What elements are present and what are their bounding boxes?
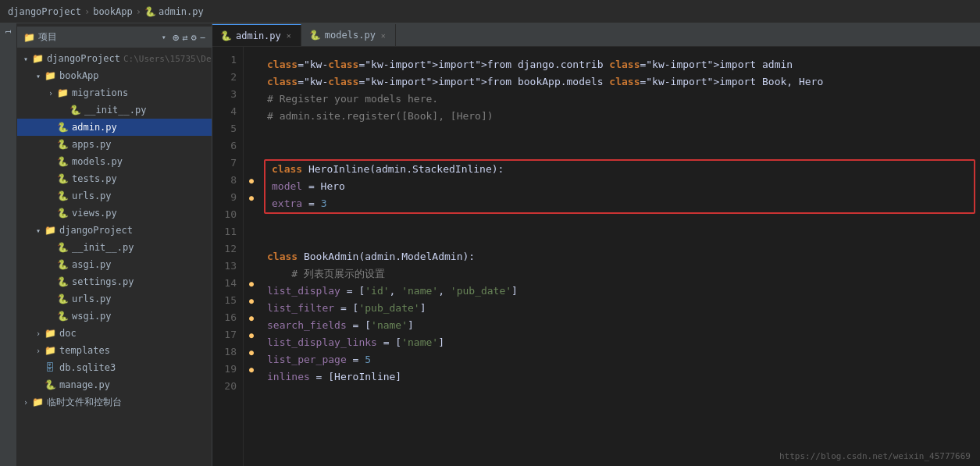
gutter-icon-row-17: ● — [244, 326, 259, 343]
tree-label: __init__.py — [72, 242, 212, 253]
gutter-icon-row-15: ● — [244, 292, 259, 309]
breadcrumb-app: bookApp — [93, 6, 133, 17]
sidebar-title: 项目 — [38, 30, 159, 44]
line-number-20: 20 — [220, 378, 237, 395]
py-icon: 🐍 — [56, 139, 69, 150]
code-line-9: extra = 3 — [265, 195, 974, 212]
tree-item-临时文件和控制台[interactable]: ›📁临时文件和控制台 — [17, 393, 212, 411]
gutter-icon-row-5 — [244, 120, 259, 137]
tree-item-djangoProject-sub[interactable]: ▾📁djangoProject — [17, 222, 212, 239]
tree-item-manage.py[interactable]: 🐍manage.py — [17, 376, 212, 393]
code-line-3: # Register your models here. — [259, 91, 980, 108]
line-number-18: 18 — [220, 343, 237, 361]
sidebar-dropdown-icon[interactable]: ▾ — [162, 33, 166, 41]
gutter-icon-row-12 — [244, 240, 259, 258]
code-line-18: list_per_page = 5 — [259, 351, 980, 368]
line-number-19: 19 — [220, 361, 237, 378]
tree-item-asgi.py[interactable]: 🐍asgi.py — [17, 256, 212, 273]
tree-item-wsgi.py[interactable]: 🐍wsgi.py — [17, 308, 212, 325]
tree-item-migrations[interactable]: ›📁migrations — [17, 84, 212, 101]
gutter-icon-row-2 — [244, 69, 259, 86]
tab-admin-py-icon: 🐍 — [220, 30, 232, 41]
tab-models-py-label: models.py — [325, 30, 376, 41]
gutter-icon-row-18: ● — [244, 343, 259, 361]
code-line-11 — [259, 231, 980, 248]
highlight-box: class HeroInline(admin.StackedInline): m… — [264, 159, 975, 214]
arrow-icon: ▾ — [33, 226, 44, 235]
py-icon: 🐍 — [44, 379, 56, 390]
py-icon: 🐍 — [56, 259, 69, 270]
gutter-icon-row-19: ● — [244, 361, 259, 378]
folder-icon: 📁 — [31, 397, 44, 407]
breadcrumb: djangoProject › bookApp › 🐍 admin.py — [8, 6, 204, 17]
py-icon: 🐍 — [56, 293, 69, 304]
tree-item-__init__2.py[interactable]: 🐍__init__.py — [17, 239, 212, 256]
tree-item-db.sqlite3[interactable]: 🗄db.sqlite3 — [17, 359, 212, 376]
line-number-11: 11 — [220, 223, 237, 240]
gutter-icon-row-11 — [244, 223, 259, 240]
tree-item-urls.py[interactable]: 🐍urls.py — [17, 187, 212, 205]
folder-icon: 📁 — [44, 70, 56, 81]
tab-models-py[interactable]: 🐍 models.py ✕ — [301, 24, 396, 46]
db-icon: 🗄 — [44, 362, 56, 373]
tab-admin-py[interactable]: 🐍 admin.py ✕ — [212, 24, 301, 46]
code-line-13: # 列表页展示的设置 — [259, 265, 980, 283]
tree-item-templates[interactable]: ›📁templates — [17, 342, 212, 359]
tree-item-urls2.py[interactable]: 🐍urls.py — [17, 290, 212, 308]
code-line-16: search_fields = ['name'] — [259, 317, 980, 334]
code-editor: 1234567891011121314151617181920 ●●●●●●●●… — [212, 47, 980, 466]
left-strip-btn-1[interactable]: 1 — [3, 27, 14, 37]
tree-label: wsgi.py — [72, 311, 212, 322]
sidebar-minus-icon[interactable]: − — [200, 32, 205, 43]
tree-item-doc[interactable]: ›📁doc — [17, 325, 212, 342]
gutter-icon-row-13 — [244, 258, 259, 275]
gutter-dot: ● — [249, 176, 254, 185]
sidebar-gear-icon[interactable]: ⚙ — [191, 32, 197, 43]
tab-models-py-icon: 🐍 — [309, 30, 321, 41]
tree-item-djangoProject-root[interactable]: ▾📁djangoProjectC:\Users\15735\Desktop\Li… — [17, 50, 212, 67]
sidebar-sync-icon[interactable]: ⇄ — [182, 32, 187, 43]
tree-item-tests.py[interactable]: 🐍tests.py — [17, 170, 212, 187]
gutter-icon-row-4 — [244, 103, 259, 120]
tree-item-apps.py[interactable]: 🐍apps.py — [17, 136, 212, 153]
py-icon: 🐍 — [56, 311, 69, 322]
tree-label: settings.py — [72, 276, 212, 287]
sidebar-add-icon[interactable]: ⊕ — [173, 31, 179, 44]
tree-label: admin.py — [72, 122, 212, 133]
tree-label: doc — [59, 328, 212, 339]
folder-icon: 📁 — [44, 328, 56, 339]
tab-admin-py-close[interactable]: ✕ — [285, 30, 293, 41]
line-number-15: 15 — [220, 292, 237, 309]
folder-icon: 📁 — [44, 225, 56, 236]
left-strip: 1 — [0, 23, 17, 466]
line-number-12: 12 — [220, 240, 237, 258]
sidebar-folder-icon: 📁 — [23, 32, 35, 43]
tree-label: djangoProject — [59, 225, 212, 236]
code-line-14: list_display = ['id', 'name', 'pub_date'… — [259, 283, 980, 300]
tree-item-views.py[interactable]: 🐍views.py — [17, 205, 212, 222]
tree-label: db.sqlite3 — [59, 362, 212, 373]
tree-item-bookApp[interactable]: ▾📁bookApp — [17, 67, 212, 84]
py-icon: 🐍 — [56, 173, 69, 184]
tree-label: views.py — [72, 208, 212, 219]
tree-item-__init__.py[interactable]: 🐍__init__.py — [17, 101, 212, 119]
code-line-7: class HeroInline(admin.StackedInline): — [265, 161, 974, 178]
gutter-icon-row-3 — [244, 86, 259, 103]
tree-item-admin.py[interactable]: 🐍admin.py — [17, 119, 212, 136]
code-line-12: class BookAdmin(admin.ModelAdmin): — [259, 248, 980, 265]
gutter-dot: ● — [249, 279, 254, 288]
gutter-dot: ● — [249, 365, 254, 374]
tree-item-settings.py[interactable]: 🐍settings.py — [17, 273, 212, 290]
code-line-5 — [259, 125, 980, 142]
py-icon: 🐍 — [56, 208, 69, 219]
gutter-dot: ● — [249, 348, 254, 357]
gutter-dot: ● — [249, 314, 254, 322]
code-content[interactable]: class="kw-class="kw-import">import">from… — [259, 47, 980, 466]
code-line-17: list_display_links = ['name'] — [259, 334, 980, 351]
tree-item-models.py[interactable]: 🐍models.py — [17, 153, 212, 170]
line-number-10: 10 — [220, 206, 237, 223]
gutter-dot: ● — [249, 297, 254, 305]
tab-models-py-close[interactable]: ✕ — [380, 30, 387, 41]
line-number-8: 8 — [220, 172, 237, 189]
code-line-6 — [259, 142, 980, 159]
